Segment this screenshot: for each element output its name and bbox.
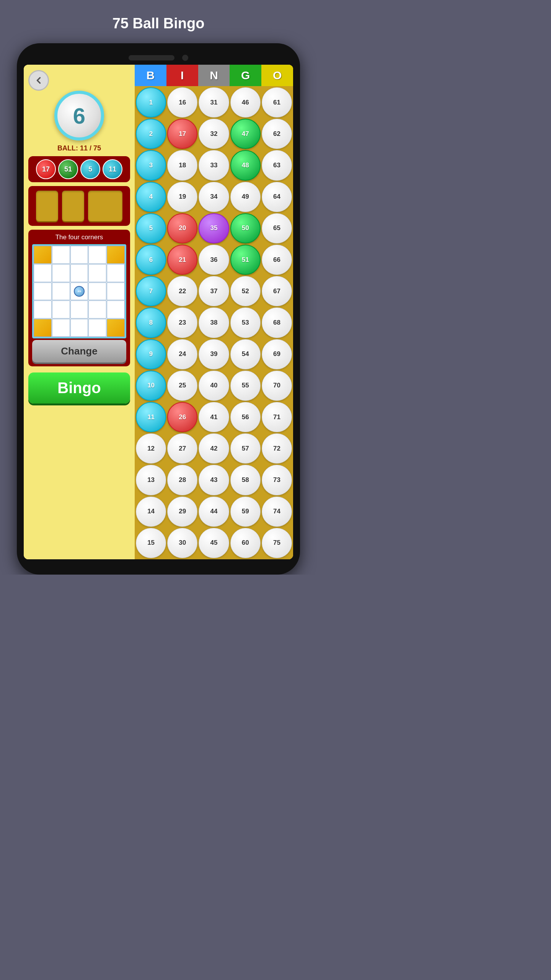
bingo-cell-10: 10 [136,371,166,401]
bingo-cell-31: 31 [199,87,229,118]
bingo-cell-15: 15 [136,528,166,558]
bingo-cell-22: 22 [167,276,197,306]
right-panel: B I N G O 116314661217324762318334863419… [135,65,293,559]
recent-ball-4: 11 [103,159,122,179]
bingo-cell-9: 9 [136,339,166,369]
bingo-cell-54: 54 [230,339,261,369]
bingo-cell-34: 34 [199,182,229,212]
card-slot-2 [62,191,84,221]
bingo-button[interactable]: Bingo [28,372,130,403]
bingo-cell-73: 73 [262,465,292,495]
bingo-cell-72: 72 [262,433,292,464]
pattern-cell-11 [52,283,70,301]
bingo-cell-38: 38 [199,307,229,338]
pattern-cell-24 [107,319,125,337]
bingo-cell-16: 16 [167,87,197,118]
bingo-cell-18: 18 [167,150,197,180]
bingo-cell-45: 45 [199,528,229,558]
bingo-cell-75: 75 [262,528,292,558]
bingo-cell-48: 48 [230,150,261,180]
bingo-cell-70: 70 [262,371,292,401]
bingo-cell-50: 50 [230,213,261,243]
bingo-cell-39: 39 [199,339,229,369]
recent-ball-1: 17 [36,159,56,179]
bingo-cell-53: 53 [230,307,261,338]
bingo-cell-1: 1 [136,87,166,118]
bingo-cell-27: 27 [167,433,197,464]
bingo-cell-55: 55 [230,371,261,401]
bingo-cell-56: 56 [230,402,261,432]
pattern-cell-3 [88,246,106,264]
bingo-cell-66: 66 [262,245,292,275]
pattern-cell-5 [34,264,52,282]
bingo-letter-b: B [135,65,166,86]
card-slot-3 [88,191,122,221]
bingo-cell-51: 51 [230,245,261,275]
bingo-cell-14: 14 [136,497,166,527]
bingo-cell-40: 40 [199,371,229,401]
game-area: 6 BALL: 11 / 75 17 51 5 11 The four corn… [24,65,293,559]
bingo-cell-5: 5 [136,213,166,243]
pattern-cell-4 [107,246,125,264]
bingo-cell-20: 20 [167,213,197,243]
card-slots-container [28,186,130,226]
bingo-cell-64: 64 [262,182,292,212]
pattern-cell-17 [70,301,88,318]
bingo-cell-43: 43 [199,465,229,495]
pattern-cell-6 [52,264,70,282]
back-button[interactable] [28,70,49,91]
pattern-cell-20 [34,319,52,337]
bingo-cell-24: 24 [167,339,197,369]
pattern-cell-19 [107,301,125,318]
bingo-cell-49: 49 [230,182,261,212]
pattern-cell-12: .es [70,283,88,301]
pattern-cell-10 [34,283,52,301]
bingo-cell-52: 52 [230,276,261,306]
bingo-cell-65: 65 [262,213,292,243]
bingo-cell-60: 60 [230,528,261,558]
bingo-cell-62: 62 [262,119,292,149]
pattern-cell-7 [70,264,88,282]
bingo-cell-36: 36 [199,245,229,275]
bingo-cell-30: 30 [167,528,197,558]
phone-camera [182,55,188,61]
pattern-cell-21 [52,319,70,337]
pattern-cell-22 [70,319,88,337]
bingo-cell-2: 2 [136,119,166,149]
bingo-cell-21: 21 [167,245,197,275]
bingo-cell-3: 3 [136,150,166,180]
card-slot-1 [36,191,58,221]
page-title: 75 Ball Bingo [112,15,205,32]
pattern-cell-9 [107,264,125,282]
pattern-cell-15 [34,301,52,318]
recent-ball-3: 5 [80,159,100,179]
bingo-cell-42: 42 [199,433,229,464]
bingo-cell-68: 68 [262,307,292,338]
change-button[interactable]: Change [32,340,126,363]
bingo-header: B I N G O [135,65,293,86]
bingo-cell-59: 59 [230,497,261,527]
bingo-cell-26: 26 [167,402,197,432]
pattern-grid: .es [33,245,125,337]
bingo-cell-44: 44 [199,497,229,527]
bingo-cell-67: 67 [262,276,292,306]
phone-speaker [129,55,174,60]
free-space-badge: .es [74,286,85,297]
left-panel: 6 BALL: 11 / 75 17 51 5 11 The four corn… [24,65,135,559]
bingo-cell-57: 57 [230,433,261,464]
bingo-cell-19: 19 [167,182,197,212]
bingo-grid: 1163146612173247623183348634193449645203… [135,86,293,559]
pattern-cell-8 [88,264,106,282]
bingo-cell-12: 12 [136,433,166,464]
bingo-cell-6: 6 [136,245,166,275]
phone-frame: 6 BALL: 11 / 75 17 51 5 11 The four corn… [17,43,300,575]
bingo-cell-11: 11 [136,402,166,432]
phone-screen: 6 BALL: 11 / 75 17 51 5 11 The four corn… [24,65,293,559]
bingo-letter-o: O [261,65,293,86]
recent-balls-container: 17 51 5 11 [28,156,130,182]
bingo-letter-n: N [198,65,230,86]
bingo-cell-13: 13 [136,465,166,495]
pattern-cell-1 [52,246,70,264]
bingo-cell-17: 17 [167,119,197,149]
pattern-cell-16 [52,301,70,318]
